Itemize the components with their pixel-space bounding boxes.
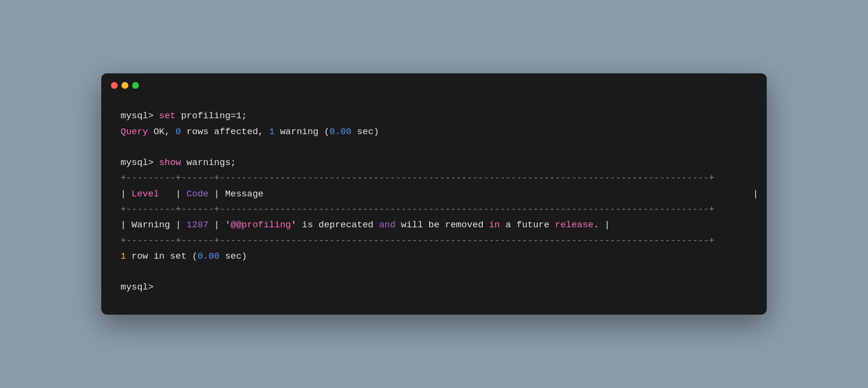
table-header: | Level | Code | Message |	[121, 186, 747, 202]
table-border-top: +---------+------+----------------------…	[121, 170, 747, 186]
maximize-button[interactable]	[132, 82, 139, 89]
table-data-row: | Warning | 1287 | '@@profiling' is depr…	[121, 217, 747, 233]
close-button[interactable]	[111, 82, 118, 89]
terminal-body: mysql> set profiling=1; Query OK, 0 rows…	[101, 94, 767, 315]
title-bar	[101, 73, 767, 94]
command-line-3: mysql>	[121, 279, 747, 295]
command-line-2: mysql> show warnings;	[121, 155, 747, 170]
result-line-2: 1 row in set (0.00 sec)	[121, 249, 747, 264]
blank-line-2	[121, 264, 747, 279]
table-border-bottom: +---------+------+----------------------…	[121, 233, 747, 249]
result-line-1: Query OK, 0 rows affected, 1 warning (0.…	[121, 124, 747, 139]
command-line-1: mysql> set profiling=1;	[121, 108, 747, 124]
minimize-button[interactable]	[122, 82, 128, 89]
terminal-window: mysql> set profiling=1; Query OK, 0 rows…	[101, 73, 767, 315]
table-border-mid: +---------+------+----------------------…	[121, 202, 747, 217]
blank-line-1	[121, 139, 747, 155]
